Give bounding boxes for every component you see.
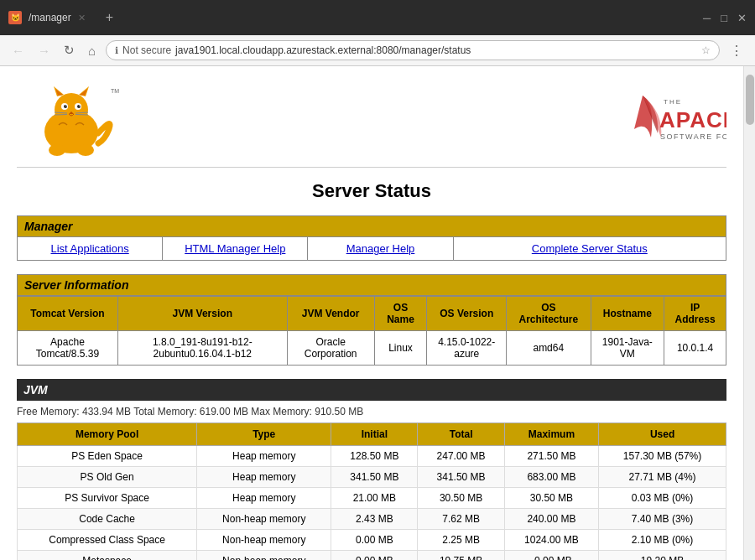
page-title: Server Status [17,180,726,202]
server-info-header-row: Tomcat Version JVM Version JVM Vendor OS… [18,297,726,331]
svg-line-17 [76,115,88,116]
scrollbar[interactable] [743,66,755,560]
memory-initial-value: 0.00 MB [331,551,418,561]
new-tab-button[interactable]: + [106,5,113,30]
tomcat-logo: TM [17,83,126,158]
memory-maximum-value: 240.00 MB [504,509,598,530]
memory-initial-value: 2.43 MB [331,509,418,530]
html-manager-help-cell: HTML Manager Help [163,237,308,260]
svg-line-15 [55,115,67,116]
complete-server-status-link[interactable]: Complete Server Status [532,242,648,255]
svg-text:TM: TM [111,88,119,94]
memory-maximum-value: -0.00 MB [504,551,598,561]
memory-total-value: 341.50 MB [418,467,504,488]
memory-used-value: 157.30 MB (57%) [599,446,726,467]
url-text: java1901.local.cloudapp.azurestack.exter… [175,44,471,56]
memory-type-value: Heap memory [197,467,331,488]
apache-logo: THE APACHE SOFTWARE FOUNDATION [534,87,726,154]
manager-links: List Applications HTML Manager Help Mana… [17,237,726,261]
col-os-name: OS Name [374,297,427,331]
list-applications-link[interactable]: List Applications [50,242,128,255]
tab-title: /manager [29,12,71,23]
memory-pool-value: PS Old Gen [18,467,197,488]
jvm-vendor-value: Oracle Corporation [287,331,374,366]
memory-maximum-value: 683.00 MB [504,467,598,488]
maximize-button[interactable]: □ [721,12,727,24]
page-content: TM [0,66,743,560]
memory-type-value: Non-heap memory [197,551,331,561]
svg-point-11 [65,105,66,106]
memory-total-value: 2.25 MB [418,530,504,551]
memory-initial-value: 128.50 MB [331,446,418,467]
complete-server-status-cell: Complete Server Status [454,237,726,260]
url-bar[interactable]: ℹ Not secure java1901.local.cloudapp.azu… [106,40,720,60]
jvm-section-header: JVM [17,379,726,401]
memory-maximum-value: 30.50 MB [504,488,598,509]
memory-total-value: 19.75 MB [418,551,504,561]
col-type: Type [197,423,331,446]
server-information-table: Tomcat Version JVM Version JVM Vendor OS… [17,296,726,366]
window-controls: ─ □ ✕ [703,12,747,24]
os-version-value: 4.15.0-1022-azure [427,331,507,366]
col-used: Used [599,423,726,446]
memory-info: Free Memory: 433.94 MB Total Memory: 619… [17,401,726,423]
col-os-version: OS Version [427,297,507,331]
svg-text:APACHE: APACHE [659,107,726,132]
memory-used-value: 0.03 MB (0%) [599,488,726,509]
server-info-data-row: Apache Tomcat/8.5.39 1.8.0_191-8u191-b12… [18,331,726,366]
svg-point-12 [79,105,80,106]
manager-help-cell: Manager Help [308,237,453,260]
manager-help-link[interactable]: Manager Help [346,242,415,255]
memory-type-value: Non-heap memory [197,509,331,530]
col-ip-address: IP Address [664,297,726,331]
memory-type-value: Heap memory [197,446,331,467]
memory-table-row: Compressed Class SpaceNon-heap memory0.0… [18,530,726,551]
memory-type-value: Non-heap memory [197,530,331,551]
browser-menu-button[interactable]: ⋮ [726,41,747,60]
tab-close-button[interactable]: ✕ [78,13,86,23]
page-header: TM [17,75,726,168]
memory-initial-value: 21.00 MB [331,488,418,509]
memory-maximum-value: 271.50 MB [504,446,598,467]
col-jvm-vendor: JVM Vendor [287,297,374,331]
memory-pool-value: Compressed Class Space [18,530,197,551]
minimize-button[interactable]: ─ [703,12,711,24]
reload-button[interactable]: ↻ [60,41,78,60]
memory-used-value: 7.40 MB (3%) [599,509,726,530]
memory-type-value: Heap memory [197,488,331,509]
close-window-button[interactable]: ✕ [737,12,747,24]
col-initial: Initial [331,423,418,446]
scrollbar-thumb[interactable] [746,75,754,125]
jvm-section: JVM Free Memory: 433.94 MB Total Memory:… [17,379,726,560]
html-manager-help-link[interactable]: HTML Manager Help [185,242,285,255]
page: TM [0,66,743,560]
not-secure-label: Not secure [122,44,171,56]
svg-point-1 [55,93,88,127]
col-maximum: Maximum [504,423,598,446]
title-bar-left: 🐱 /manager ✕ + [8,5,113,30]
hostname-value: 1901-Java-VM [591,331,664,366]
os-architecture-value: amd64 [507,331,591,366]
security-icon: ℹ [115,45,118,56]
memory-pool-value: Code Cache [18,509,197,530]
back-button[interactable]: ← [8,42,28,60]
memory-table-row: MetaspaceNon-heap memory0.00 MB19.75 MB-… [18,551,726,561]
memory-table-row: PS Eden SpaceHeap memory128.50 MB247.00 … [18,446,726,467]
content-area: TM [0,66,755,560]
memory-total-value: 7.62 MB [418,509,504,530]
bookmark-icon[interactable]: ☆ [701,44,711,56]
memory-total-value: 30.50 MB [418,488,504,509]
forward-button[interactable]: → [34,42,54,60]
home-button[interactable]: ⌂ [85,42,99,60]
col-jvm-version: JVM Version [117,297,287,331]
tomcat-version-value: Apache Tomcat/8.5.39 [18,331,118,366]
memory-initial-value: 341.50 MB [331,467,418,488]
memory-used-value: 27.71 MB (4%) [599,467,726,488]
address-bar: ← → ↻ ⌂ ℹ Not secure java1901.local.clou… [0,35,755,66]
title-bar: 🐱 /manager ✕ + ─ □ ✕ [0,0,755,35]
col-total: Total [418,423,504,446]
col-tomcat-version: Tomcat Version [18,297,118,331]
memory-table-header-row: Memory Pool Type Initial Total Maximum U… [18,423,726,446]
memory-table: Memory Pool Type Initial Total Maximum U… [17,423,726,560]
os-name-value: Linux [374,331,427,366]
